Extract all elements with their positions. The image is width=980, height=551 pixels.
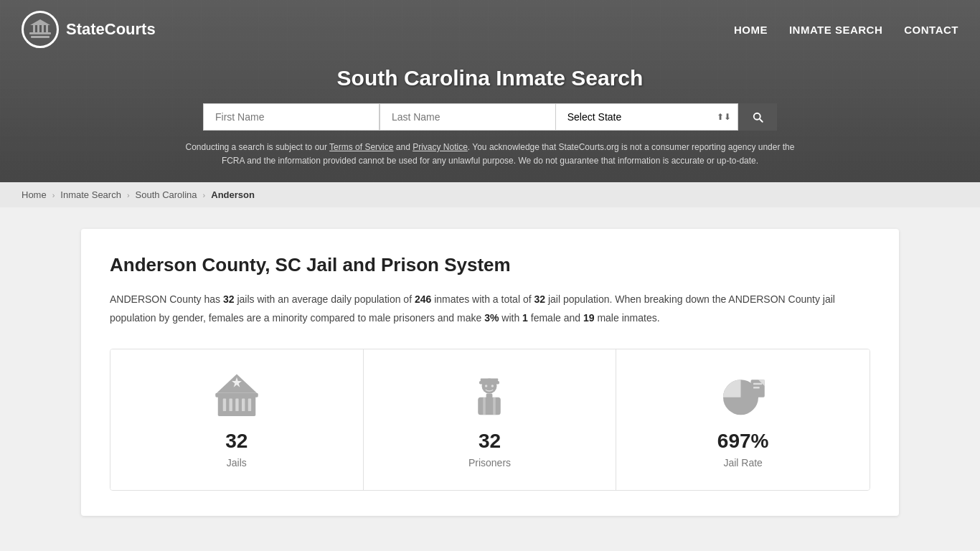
jail-rate-number: 697%	[717, 430, 769, 453]
svg-rect-22	[486, 393, 493, 398]
svg-rect-19	[479, 397, 501, 415]
jails-label: Jails	[227, 457, 247, 468]
stat-prisoners: 32 Prisoners	[364, 349, 617, 490]
terms-link[interactable]: Terms of Service	[329, 142, 393, 152]
nav-inmate-search[interactable]: INMATE SEARCH	[789, 24, 882, 36]
privacy-link[interactable]: Privacy Notice	[413, 142, 468, 152]
search-icon	[751, 110, 764, 123]
svg-rect-2	[33, 24, 35, 33]
page-title: South Carolina Inmate Search	[337, 66, 644, 90]
desc-p6: female and	[528, 312, 583, 324]
breadcrumb-home[interactable]: Home	[22, 189, 47, 200]
stat-jails: 32 Jails	[110, 349, 364, 490]
jail-rate-label: Jail Rate	[723, 457, 762, 468]
jails-count: 32	[223, 293, 235, 305]
svg-rect-18	[481, 378, 499, 381]
breadcrumb-state[interactable]: South Carolina	[136, 189, 197, 200]
header-content: StateCourts HOME INMATE SEARCH CONTACT S…	[0, 0, 980, 182]
disclaimer-text-2: and	[393, 142, 413, 152]
svg-rect-28	[753, 387, 760, 389]
logo-link[interactable]: StateCourts	[22, 11, 156, 48]
county-description: ANDERSON County has 32 jails with an ave…	[110, 291, 870, 326]
desc-p1: ANDERSON County has	[110, 293, 223, 305]
svg-point-24	[491, 385, 494, 387]
disclaimer: Conducting a search is subject to our Te…	[167, 141, 813, 168]
svg-rect-5	[46, 24, 48, 33]
breadcrumb-sep-2: ›	[127, 191, 130, 199]
female-pct: 3%	[484, 312, 499, 324]
prisoners-label: Prisoners	[468, 457, 511, 468]
header: StateCourts HOME INMATE SEARCH CONTACT S…	[0, 0, 980, 182]
svg-rect-3	[37, 24, 39, 33]
svg-marker-6	[30, 19, 50, 25]
svg-rect-12	[248, 398, 251, 411]
svg-rect-20	[484, 397, 486, 415]
main-content: Anderson County, SC Jail and Prison Syst…	[67, 207, 913, 537]
desc-p3: inmates with a total of	[431, 293, 534, 305]
female-count: 1	[522, 312, 528, 324]
svg-point-23	[485, 385, 488, 387]
logo-text: StateCourts	[66, 20, 156, 39]
breadcrumb-sep-1: ›	[52, 191, 55, 199]
first-name-input[interactable]	[203, 103, 380, 131]
prisoners-number: 32	[479, 430, 501, 453]
jail-rate-icon	[718, 371, 768, 421]
prisoners-icon	[464, 371, 514, 421]
svg-rect-4	[42, 24, 44, 33]
svg-rect-10	[235, 398, 238, 411]
nav-home[interactable]: HOME	[734, 24, 768, 36]
svg-rect-11	[242, 398, 245, 411]
stats-grid: 32 Jails	[110, 349, 870, 491]
breadcrumb: Home › Inmate Search › South Carolina › …	[0, 182, 980, 207]
search-bar: Select State South Carolina ⬆⬇	[203, 103, 777, 131]
svg-rect-8	[223, 398, 226, 411]
nav-contact[interactable]: CONTACT	[904, 24, 958, 36]
svg-rect-9	[229, 398, 232, 411]
navbar: StateCourts HOME INMATE SEARCH CONTACT	[0, 0, 980, 59]
nav-links: HOME INMATE SEARCH CONTACT	[734, 24, 958, 36]
county-title: Anderson County, SC Jail and Prison Syst…	[110, 254, 870, 276]
jails-icon	[212, 371, 262, 421]
svg-rect-21	[494, 397, 496, 415]
last-name-input[interactable]	[380, 103, 556, 131]
breadcrumb-current: Anderson	[211, 189, 255, 200]
desc-p5: with	[499, 312, 522, 324]
state-select-wrap: Select State South Carolina ⬆⬇	[556, 103, 738, 131]
jails-number: 32	[225, 430, 248, 453]
total-jails: 32	[534, 293, 545, 305]
breadcrumb-inmate-search[interactable]: Inmate Search	[60, 189, 121, 200]
desc-p7: male inmates.	[595, 312, 660, 324]
svg-rect-17	[479, 381, 499, 384]
avg-population: 246	[415, 293, 431, 305]
state-select[interactable]: Select State South Carolina	[556, 103, 738, 131]
search-button[interactable]	[738, 103, 777, 131]
svg-rect-27	[753, 382, 762, 385]
logo-icon	[22, 11, 59, 48]
male-count: 19	[583, 312, 595, 324]
svg-rect-0	[31, 36, 50, 38]
svg-rect-13	[215, 392, 258, 397]
content-card: Anderson County, SC Jail and Prison Syst…	[81, 229, 899, 515]
desc-p2: jails with an average daily population o…	[235, 293, 415, 305]
breadcrumb-sep-3: ›	[203, 191, 206, 199]
stat-jail-rate: 697% Jail Rate	[616, 349, 870, 490]
disclaimer-text-1: Conducting a search is subject to our	[186, 142, 330, 152]
